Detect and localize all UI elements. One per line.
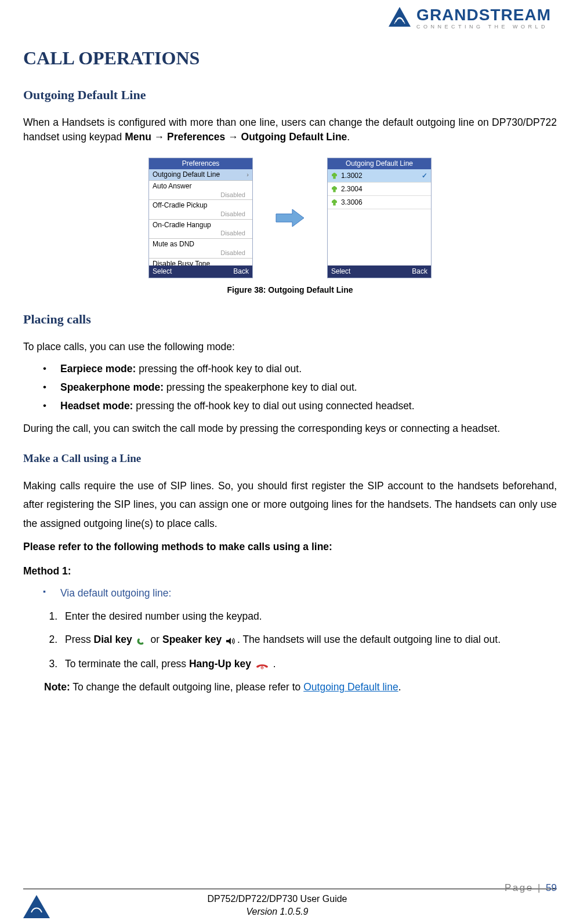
check-icon: ✓ (422, 172, 427, 180)
method-1-steps: Enter the desired number using the keypa… (44, 609, 557, 672)
svg-marker-0 (389, 7, 411, 27)
line-row-3: 3.3006 (328, 196, 431, 209)
arrow-icon (154, 131, 165, 143)
softkey-back: Back (412, 267, 427, 275)
placing-calls-intro: To place calls, you can use the followin… (23, 340, 557, 354)
outgoing-default-line-intro: When a Handsets is configured with more … (23, 115, 557, 144)
screen-title: Outgoing Default Line (328, 158, 431, 169)
list-item: Earpiece mode: pressing the off-hook key… (23, 361, 557, 376)
section-placing-calls: Placing calls (23, 312, 557, 327)
chevron-right-icon: › (246, 171, 249, 179)
outgoing-default-line-link[interactable]: Outgoing Default line (303, 681, 398, 693)
person-icon (331, 199, 338, 206)
logo-tagline-text: CONNECTING THE WORLD (416, 24, 551, 30)
make-call-ref: Please refer to the following methods to… (23, 540, 557, 554)
placing-calls-outro: During the call, you can switch the call… (23, 421, 557, 436)
section-outgoing-default-line: Outgoing Default Line (23, 88, 557, 103)
step-3: To terminate the call, press Hang-Up key… (60, 656, 557, 672)
section-make-call-using-line: Make a Call using a Line (23, 452, 557, 465)
make-call-para: Making calls require the use of SIP line… (23, 476, 557, 533)
grandstream-logo-icon (387, 6, 412, 30)
footer-guide-title: DP752/DP722/DP730 User Guide (50, 893, 505, 905)
svg-marker-5 (23, 895, 50, 918)
page-title: CALL OPERATIONS (23, 48, 557, 69)
svg-marker-2 (226, 638, 231, 645)
svg-marker-1 (276, 209, 304, 227)
person-icon (331, 186, 338, 192)
pref-row-mute-as-dnd: Mute as DND Disabled (149, 239, 252, 258)
footer-page-number: Page | 59 (505, 882, 557, 894)
preferences-screen: Preferences Outgoing Default Line › Auto… (148, 158, 253, 278)
outgoing-default-line-screen: Outgoing Default Line 1.3002 ✓ 2.3004 3.… (327, 158, 432, 278)
footer-logo-icon (23, 895, 50, 921)
softkey-back: Back (233, 267, 249, 275)
dial-key-icon (135, 633, 148, 648)
footer-version: Version 1.0.5.9 (50, 905, 505, 918)
method-1-note: Note: To change the default outgoing lin… (44, 681, 557, 693)
arrow-right-icon (274, 206, 306, 230)
via-default-line-list: Via default outgoing line: (23, 585, 557, 601)
header-logo: GRANDSTREAM CONNECTING THE WORLD (23, 6, 557, 30)
softkey-select: Select (153, 267, 172, 275)
logo-brand-text: GRANDSTREAM (416, 7, 551, 23)
line-row-2: 2.3004 (328, 183, 431, 196)
page-footer: DP752/DP722/DP730 User Guide Version 1.0… (0, 889, 580, 921)
call-modes-list: Earpiece mode: pressing the off-hook key… (23, 361, 557, 414)
pref-row-on-cradle-hangup: On-Cradle Hangup Disabled (149, 220, 252, 239)
line-row-1: 1.3002 ✓ (328, 169, 431, 183)
hangup-key-icon (254, 657, 270, 672)
step-2: Press Dial key or Speaker key . The hand… (60, 632, 557, 648)
figure-screenshots: Preferences Outgoing Default Line › Auto… (23, 158, 557, 278)
pref-row-disable-busy-tone: Disable Busy Tone (149, 259, 252, 265)
method-1-label: Method 1: (23, 564, 557, 579)
pref-row-outgoing-default-line: Outgoing Default Line › (149, 169, 252, 181)
step-1: Enter the desired number using the keypa… (60, 609, 557, 624)
pref-row-off-cradle-pickup: Off-Cradle Pickup Disabled (149, 200, 252, 219)
arrow-icon (228, 131, 238, 143)
softkey-select: Select (331, 267, 350, 275)
figure-caption: Figure 38: Outgoing Default Line (23, 285, 557, 294)
list-item: Headset mode: pressing the off-hook key … (23, 398, 557, 413)
person-icon (331, 173, 338, 179)
screen-title: Preferences (149, 158, 252, 169)
speaker-key-icon (224, 633, 237, 648)
via-default-outgoing-line: Via default outgoing line: (23, 585, 557, 601)
pref-row-auto-answer: Auto Answer Disabled (149, 181, 252, 200)
list-item: Speakerphone mode: pressing the speakerp… (23, 380, 557, 395)
